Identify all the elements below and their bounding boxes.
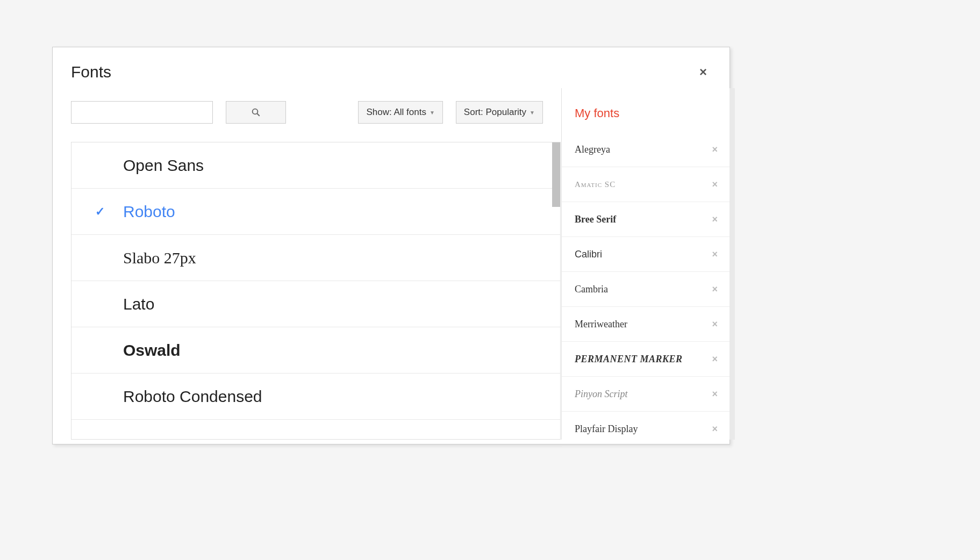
remove-font-button[interactable]: × xyxy=(712,144,718,155)
search-input[interactable] xyxy=(71,101,213,124)
remove-font-button[interactable]: × xyxy=(712,214,718,225)
scrollbar-thumb[interactable] xyxy=(552,142,560,207)
remove-font-button[interactable]: × xyxy=(712,319,718,330)
controls-row: Show: All fonts ▼ Sort: Popularity ▼ xyxy=(71,101,561,124)
my-font-item[interactable]: Playfair Display× xyxy=(562,412,729,447)
close-icon: × xyxy=(712,389,718,399)
font-list[interactable]: Open Sans✓RobotoSlabo 27pxLatoOswaldRobo… xyxy=(71,142,560,439)
check-icon: ✓ xyxy=(95,205,105,219)
chevron-down-icon: ▼ xyxy=(530,110,535,116)
my-font-name: Merriweather xyxy=(575,319,627,330)
remove-font-button[interactable]: × xyxy=(712,249,718,260)
font-item-name: Roboto Condensed xyxy=(123,387,262,406)
svg-line-1 xyxy=(257,113,260,116)
font-item-name: Slabo 27px xyxy=(123,249,196,267)
my-font-item[interactable]: Cambria× xyxy=(562,272,729,307)
font-item-name: Lato xyxy=(123,295,154,313)
close-button[interactable]: × xyxy=(695,62,711,82)
my-font-name: Calibri xyxy=(575,249,602,260)
my-font-item[interactable]: Permanent Marker× xyxy=(562,342,729,377)
my-font-item[interactable]: Pinyon Script× xyxy=(562,377,729,412)
sort-dropdown[interactable]: Sort: Popularity ▼ xyxy=(456,101,543,124)
remove-font-button[interactable]: × xyxy=(712,179,718,190)
close-icon: × xyxy=(712,319,718,329)
my-fonts-panel: My fonts Alegreya×Amatic SC×Bree Serif×C… xyxy=(562,88,729,440)
font-list-item[interactable]: Oswald xyxy=(71,327,560,374)
my-font-item[interactable]: Amatic SC× xyxy=(562,167,729,202)
my-font-item[interactable]: Merriweather× xyxy=(562,307,729,342)
close-icon: × xyxy=(712,354,718,364)
sort-label: Sort: Popularity xyxy=(464,107,526,118)
close-icon: × xyxy=(712,249,718,260)
my-font-item[interactable]: Bree Serif× xyxy=(562,202,729,237)
search-button[interactable] xyxy=(226,101,286,124)
my-font-name: Alegreya xyxy=(575,144,610,155)
font-list-item[interactable]: Roboto Condensed xyxy=(71,374,560,420)
font-item-name: Roboto xyxy=(123,203,175,221)
font-list-item[interactable]: ✓Roboto xyxy=(71,189,560,235)
my-font-name: Bree Serif xyxy=(575,214,616,225)
left-panel: Show: All fonts ▼ Sort: Popularity ▼ Ope… xyxy=(53,88,562,440)
font-list-item[interactable]: Lato xyxy=(71,281,560,327)
search-icon xyxy=(251,107,261,117)
font-list-item[interactable]: Slabo 27px xyxy=(71,235,560,281)
remove-font-button[interactable]: × xyxy=(712,389,718,400)
my-font-item[interactable]: Alegreya× xyxy=(562,132,729,167)
font-item-name: Oswald xyxy=(123,341,181,360)
font-item-name: Open Sans xyxy=(123,156,204,175)
my-font-name: Permanent Marker xyxy=(575,354,683,365)
my-fonts-list: Alegreya×Amatic SC×Bree Serif×Calibri×Ca… xyxy=(562,132,729,447)
my-font-name: Pinyon Script xyxy=(575,389,627,400)
remove-font-button[interactable]: × xyxy=(712,423,718,435)
font-list-item[interactable]: Open Sans xyxy=(71,142,560,189)
font-list-wrapper: Open Sans✓RobotoSlabo 27pxLatoOswaldRobo… xyxy=(71,142,561,440)
my-font-name: Amatic SC xyxy=(575,180,616,189)
show-filter-dropdown[interactable]: Show: All fonts ▼ xyxy=(358,101,442,124)
my-font-name: Cambria xyxy=(575,284,608,295)
close-icon: × xyxy=(712,179,718,190)
close-icon: × xyxy=(712,144,718,155)
remove-font-button[interactable]: × xyxy=(712,284,718,295)
my-fonts-title: My fonts xyxy=(562,88,729,132)
my-font-name: Playfair Display xyxy=(575,423,638,435)
dialog-title: Fonts xyxy=(71,63,111,81)
chevron-down-icon: ▼ xyxy=(430,110,435,116)
right-scroll-track[interactable] xyxy=(729,88,735,440)
close-icon: × xyxy=(712,214,718,225)
dialog-header: Fonts × xyxy=(53,47,729,88)
close-icon: × xyxy=(712,284,718,295)
close-icon: × xyxy=(699,64,707,79)
close-icon: × xyxy=(712,423,718,434)
fonts-dialog: Fonts × Show: All fonts ▼ xyxy=(52,47,730,444)
dialog-body: Show: All fonts ▼ Sort: Popularity ▼ Ope… xyxy=(53,88,729,440)
my-font-item[interactable]: Calibri× xyxy=(562,237,729,272)
remove-font-button[interactable]: × xyxy=(712,354,718,365)
svg-point-0 xyxy=(253,109,258,114)
show-filter-label: Show: All fonts xyxy=(366,107,426,118)
